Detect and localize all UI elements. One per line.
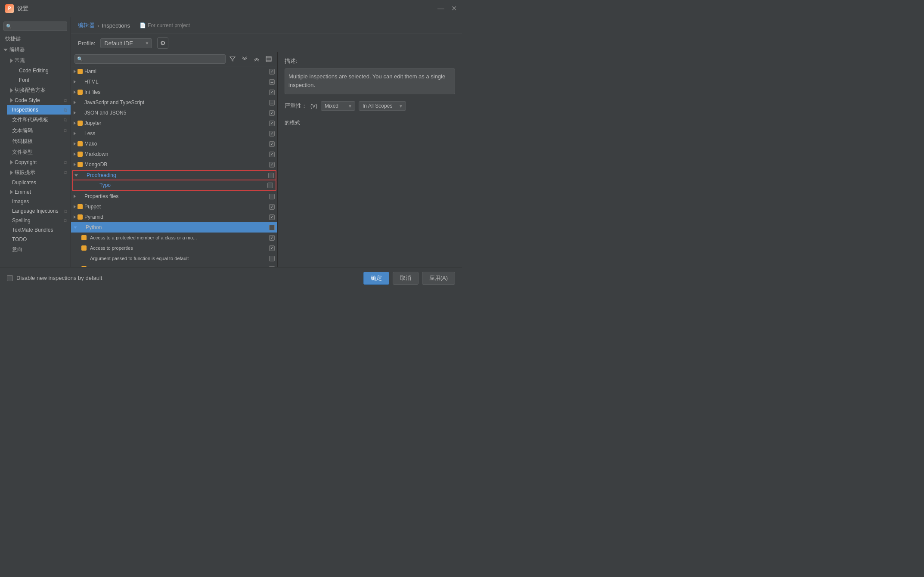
sidebar-item-general[interactable]: 常规	[7, 55, 71, 66]
severity-select[interactable]: Mixed	[321, 101, 355, 111]
scope-select-wrapper: In All Scopes ▼	[359, 101, 406, 111]
sidebar-item-intent[interactable]: 意向	[7, 244, 71, 255]
list-search-icon: 🔍	[77, 56, 83, 62]
jupyter-color	[78, 121, 83, 126]
emmet-label: Emmet	[15, 189, 31, 195]
sidebar-item-font[interactable]: Font	[14, 75, 71, 85]
sidebar-item-language-injections[interactable]: Language Injections ⧉	[7, 206, 71, 216]
list-item[interactable]: Argument passed to function is equal to …	[71, 253, 277, 264]
breadcrumb-link-editor[interactable]: 编辑器	[78, 22, 95, 29]
puppet-checkbox[interactable]	[269, 204, 275, 210]
project-label[interactable]: For current project	[148, 22, 190, 28]
close-btn[interactable]: ✕	[451, 5, 457, 12]
sidebar-item-todo[interactable]: TODO	[7, 235, 71, 244]
list-item-proofreading[interactable]: Proofreading	[72, 170, 276, 180]
profile-gear-button[interactable]: ⚙	[157, 37, 168, 49]
sidebar-item-editor[interactable]: 编辑器	[0, 44, 71, 55]
jupyter-checkbox[interactable]	[269, 121, 275, 126]
list-item[interactable]: Pyramid	[71, 212, 277, 222]
desc-text: Multiple inspections are selected. You c…	[285, 68, 455, 94]
list-item[interactable]: HTML	[71, 77, 277, 87]
ok-button[interactable]: 确定	[363, 272, 389, 285]
sidebar-item-code-template[interactable]: 代码模板	[7, 136, 71, 147]
ini-expand-icon	[74, 90, 76, 94]
editor-expand-icon	[3, 49, 8, 51]
sidebar-item-code-editing[interactable]: Code Editing	[14, 66, 71, 75]
sidebar-item-emmet[interactable]: Emmet	[7, 187, 71, 197]
file-encoding-copy-icon: ⧉	[64, 128, 67, 133]
list-item[interactable]: Assigning function call that doesn't ret…	[71, 264, 277, 267]
list-item[interactable]: Access to a protected member of a class …	[71, 233, 277, 243]
proofreading-label: Proofreading	[87, 172, 267, 178]
ini-checkbox[interactable]	[269, 90, 275, 95]
list-item[interactable]: Puppet	[71, 202, 277, 212]
list-item-typo[interactable]: Typo	[72, 180, 276, 191]
haml-expand-icon	[74, 70, 76, 73]
inspection-list-pane: 🔍	[71, 52, 278, 267]
mongodb-checkbox[interactable]	[269, 162, 275, 168]
html-checkbox[interactable]	[269, 79, 275, 85]
sidebar-item-images[interactable]: Images	[7, 197, 71, 206]
sidebar-item-code-style[interactable]: Code Style ⧉	[7, 96, 71, 105]
sidebar-item-spelling[interactable]: Spelling ⧉	[7, 216, 71, 225]
access-protected-checkbox[interactable]	[269, 235, 275, 241]
sidebar-item-file-types[interactable]: 文件类型	[7, 147, 71, 158]
sidebar-item-textmate[interactable]: TextMate Bundles	[7, 225, 71, 235]
markdown-checkbox[interactable]	[269, 152, 275, 157]
more-btn[interactable]	[264, 54, 274, 64]
proofreading-checkbox[interactable]	[268, 173, 274, 178]
list-item-python[interactable]: Python	[71, 222, 277, 233]
list-item[interactable]: Haml	[71, 66, 277, 77]
sidebar-item-inspections[interactable]: Inspections ⧉	[7, 105, 71, 115]
apply-button[interactable]: 应用(A)	[422, 272, 455, 285]
list-item[interactable]: JavaScript and TypeScript	[71, 97, 277, 108]
editor-label: 编辑器	[9, 46, 25, 53]
disable-inspections-checkbox[interactable]	[7, 275, 13, 281]
arg-equal-checkbox[interactable]	[269, 256, 275, 261]
typo-label: Typo	[92, 182, 266, 188]
sidebar-item-duplicates[interactable]: Duplicates	[7, 178, 71, 187]
sidebar-search-input[interactable]	[3, 22, 67, 31]
haml-checkbox[interactable]	[269, 69, 275, 74]
typo-checkbox[interactable]	[267, 183, 273, 188]
list-item[interactable]: Less	[71, 128, 277, 139]
list-search-input[interactable]	[74, 54, 226, 64]
list-item[interactable]: Markdown	[71, 149, 277, 159]
list-item[interactable]: Ini files	[71, 87, 277, 97]
cancel-button[interactable]: 取消	[393, 272, 419, 285]
sidebar-item-color-scheme[interactable]: 切换配色方案	[7, 85, 71, 96]
access-properties-checkbox[interactable]	[269, 245, 275, 251]
expand-all-icon	[242, 56, 248, 62]
json-checkbox[interactable]	[269, 110, 275, 116]
props-checkbox[interactable]	[269, 194, 275, 199]
access-properties-label: Access to properties	[88, 245, 267, 251]
profile-row: Profile: Default IDE ▼ ⚙	[71, 34, 462, 52]
sidebar-item-shortcuts[interactable]: 快捷键	[0, 34, 71, 44]
filter-btn[interactable]	[227, 54, 238, 64]
python-checkbox[interactable]	[269, 225, 275, 230]
minimize-btn[interactable]: —	[437, 5, 444, 12]
profile-select[interactable]: Default IDE	[100, 38, 152, 48]
python-expand-icon	[74, 226, 77, 229]
sidebar-item-file-templates[interactable]: 文件和代码模板 ⧉	[7, 115, 71, 125]
list-item[interactable]: Mako	[71, 139, 277, 149]
collapse-all-btn[interactable]	[251, 54, 262, 64]
severity-v: (V)	[310, 103, 317, 109]
mako-checkbox[interactable]	[269, 141, 275, 147]
expand-all-btn[interactable]	[239, 54, 250, 64]
sidebar-item-inlay-hints[interactable]: 镶嵌提示 ⧉	[7, 167, 71, 178]
list-item[interactable]: Properties files	[71, 191, 277, 202]
less-checkbox[interactable]	[269, 131, 275, 136]
copyright-label: Copyright	[15, 159, 37, 165]
sidebar-item-file-encoding[interactable]: 文本编码 ⧉	[7, 125, 71, 136]
todo-label: TODO	[12, 236, 27, 242]
scope-select[interactable]: In All Scopes	[359, 101, 406, 111]
assign-func-checkbox[interactable]	[269, 266, 275, 267]
pyramid-checkbox[interactable]	[269, 214, 275, 220]
js-checkbox[interactable]	[269, 100, 275, 105]
list-item[interactable]: MongoDB	[71, 159, 277, 170]
list-item[interactable]: Jupyter	[71, 118, 277, 128]
sidebar-item-copyright[interactable]: Copyright ⧉	[7, 158, 71, 167]
list-item[interactable]: Access to properties	[71, 243, 277, 253]
list-item[interactable]: JSON and JSON5	[71, 108, 277, 118]
